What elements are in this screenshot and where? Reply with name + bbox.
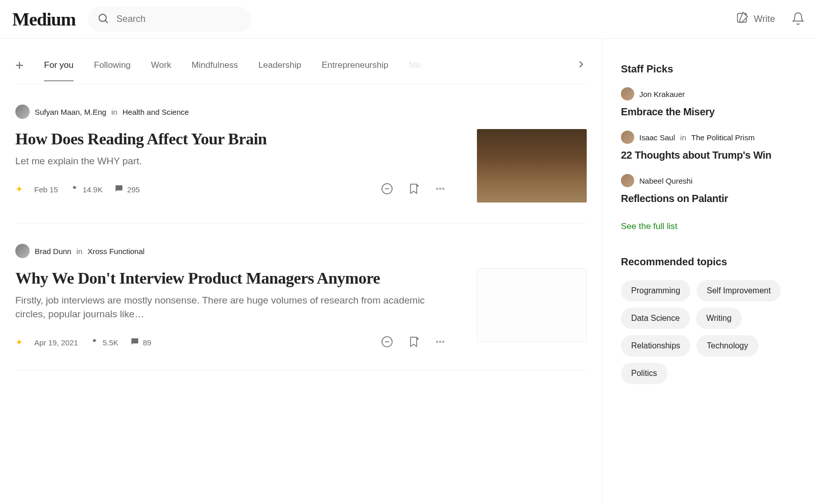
topic-pill[interactable]: Relationships bbox=[621, 335, 690, 357]
more-icon[interactable] bbox=[434, 183, 446, 196]
topic-pill[interactable]: Data Science bbox=[621, 308, 690, 329]
staff-pick[interactable]: Jon Krakauer Embrace the Misery bbox=[621, 87, 805, 118]
article-title[interactable]: How Does Reading Affect Your Brain bbox=[15, 129, 446, 148]
article-text: Why We Don't Interview Product Managers … bbox=[15, 268, 446, 349]
comment-icon bbox=[130, 337, 140, 348]
tab-for-you[interactable]: For you bbox=[44, 60, 74, 81]
avatar[interactable] bbox=[621, 174, 634, 187]
svg-point-16 bbox=[443, 341, 444, 342]
pick-title[interactable]: 22 Thoughts about Trump's Win bbox=[621, 149, 805, 162]
publication-link[interactable]: Xross Functional bbox=[87, 247, 145, 256]
staff-pick[interactable]: Isaac Saul in The Political Prism 22 Tho… bbox=[621, 131, 805, 162]
avatar[interactable] bbox=[15, 105, 30, 119]
article-text: How Does Reading Affect Your Brain Let m… bbox=[15, 129, 446, 196]
topic-pill[interactable]: Politics bbox=[621, 363, 667, 384]
pick-byline: Isaac Saul in The Political Prism bbox=[621, 131, 805, 144]
tab-more[interactable]: Me bbox=[408, 60, 421, 81]
svg-point-8 bbox=[440, 188, 441, 189]
author-link[interactable]: Sufyan Maan, M.Eng bbox=[35, 108, 106, 116]
member-only-icon: ✦ bbox=[15, 184, 23, 195]
topic-pill[interactable]: Writing bbox=[696, 308, 742, 329]
pick-title[interactable]: Reflections on Palantir bbox=[621, 192, 805, 205]
avatar[interactable] bbox=[621, 87, 634, 100]
article-meta: ✦ Feb 15 14.9K 295 bbox=[15, 183, 446, 196]
search-bar[interactable] bbox=[88, 7, 251, 32]
article-subtitle: Firstly, job interviews are mostly nonse… bbox=[15, 294, 446, 321]
header: Medium Write bbox=[0, 0, 817, 39]
avatar[interactable] bbox=[15, 244, 30, 258]
topics-list: Programming Self Improvement Data Scienc… bbox=[621, 280, 805, 384]
clap-icon bbox=[69, 184, 80, 195]
article-date: Feb 15 bbox=[34, 185, 58, 194]
article-actions bbox=[381, 183, 446, 196]
svg-point-9 bbox=[443, 188, 444, 189]
see-full-list-link[interactable]: See the full list bbox=[621, 221, 678, 232]
notifications-icon[interactable] bbox=[791, 12, 805, 27]
staff-picks-heading: Staff Picks bbox=[621, 63, 805, 75]
recommended-topics-heading: Recommended topics bbox=[621, 256, 805, 268]
write-label: Write bbox=[754, 14, 775, 24]
logo[interactable]: Medium bbox=[12, 9, 76, 30]
show-less-icon[interactable] bbox=[381, 336, 393, 349]
pick-byline: Nabeel Qureshi bbox=[621, 174, 805, 187]
member-only-icon: ✦ bbox=[15, 337, 23, 348]
add-tab-button[interactable]: + bbox=[15, 57, 23, 84]
claps-count[interactable]: 14.9K bbox=[69, 184, 103, 195]
svg-point-0 bbox=[99, 14, 106, 21]
write-button[interactable]: Write bbox=[735, 11, 775, 27]
feed: + For you Following Work Mindfulness Lea… bbox=[0, 39, 603, 504]
article-thumbnail[interactable] bbox=[477, 129, 587, 203]
comments-count[interactable]: 295 bbox=[114, 184, 140, 195]
article-date: Apr 19, 2021 bbox=[34, 338, 78, 347]
article-actions bbox=[381, 336, 446, 349]
tabs-scroll-right[interactable] bbox=[555, 59, 587, 82]
clap-icon bbox=[89, 337, 100, 348]
svg-point-15 bbox=[440, 341, 441, 342]
claps-count[interactable]: 5.5K bbox=[89, 337, 118, 348]
bookmark-icon[interactable] bbox=[407, 336, 420, 349]
in-word: in bbox=[680, 133, 686, 142]
publication-link[interactable]: The Political Prism bbox=[691, 133, 755, 142]
tab-following[interactable]: Following bbox=[94, 60, 131, 81]
article-card[interactable]: Sufyan Maan, M.Eng in Health and Science… bbox=[15, 84, 587, 223]
svg-point-14 bbox=[437, 341, 438, 342]
svg-point-7 bbox=[437, 188, 438, 189]
main: + For you Following Work Mindfulness Lea… bbox=[0, 39, 817, 504]
tab-work[interactable]: Work bbox=[151, 60, 171, 81]
sidebar: Staff Picks Jon Krakauer Embrace the Mis… bbox=[603, 39, 817, 504]
tabs-row: + For you Following Work Mindfulness Lea… bbox=[15, 39, 587, 84]
author-link[interactable]: Brad Dunn bbox=[35, 247, 71, 256]
author-link[interactable]: Jon Krakauer bbox=[639, 90, 685, 98]
article-subtitle: Let me explain the WHY part. bbox=[15, 155, 446, 168]
in-word: in bbox=[77, 247, 83, 256]
topic-pill[interactable]: Self Improvement bbox=[696, 280, 781, 301]
search-input[interactable] bbox=[116, 14, 242, 24]
article-byline: Brad Dunn in Xross Functional bbox=[15, 244, 587, 258]
write-icon bbox=[735, 11, 749, 27]
publication-link[interactable]: Health and Science bbox=[123, 108, 189, 116]
article-meta: ✦ Apr 19, 2021 5.5K 89 bbox=[15, 336, 446, 349]
more-icon[interactable] bbox=[434, 336, 446, 349]
article-thumbnail[interactable] bbox=[477, 268, 587, 342]
header-right: Write bbox=[735, 11, 805, 27]
in-word: in bbox=[111, 108, 117, 116]
comments-count[interactable]: 89 bbox=[130, 337, 152, 348]
svg-line-1 bbox=[105, 20, 108, 23]
topic-pill[interactable]: Programming bbox=[621, 280, 690, 301]
pick-title[interactable]: Embrace the Misery bbox=[621, 106, 805, 118]
tab-entrepreneurship[interactable]: Entrepreneurship bbox=[322, 60, 388, 81]
staff-pick[interactable]: Nabeel Qureshi Reflections on Palantir bbox=[621, 174, 805, 205]
tab-leadership[interactable]: Leadership bbox=[258, 60, 301, 81]
topic-pill[interactable]: Technology bbox=[696, 335, 758, 357]
article-byline: Sufyan Maan, M.Eng in Health and Science bbox=[15, 105, 587, 119]
author-link[interactable]: Nabeel Qureshi bbox=[639, 177, 692, 185]
pick-byline: Jon Krakauer bbox=[621, 87, 805, 100]
avatar[interactable] bbox=[621, 131, 634, 144]
author-link[interactable]: Isaac Saul bbox=[639, 133, 675, 142]
comment-icon bbox=[114, 184, 124, 195]
article-title[interactable]: Why We Don't Interview Product Managers … bbox=[15, 268, 446, 288]
show-less-icon[interactable] bbox=[381, 183, 393, 196]
bookmark-icon[interactable] bbox=[407, 183, 420, 196]
tab-mindfulness[interactable]: Mindfulness bbox=[191, 60, 238, 81]
article-card[interactable]: Brad Dunn in Xross Functional Why We Don… bbox=[15, 223, 587, 370]
